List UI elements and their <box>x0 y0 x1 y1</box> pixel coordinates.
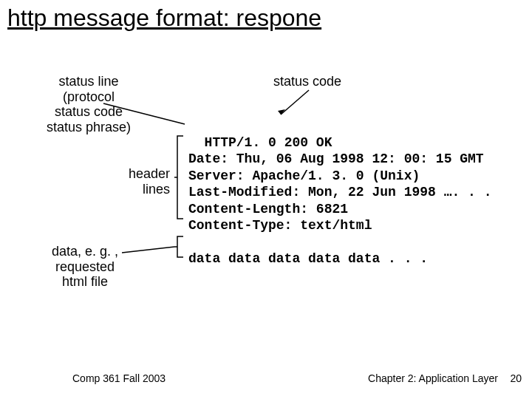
label-data-l2: requested <box>55 259 115 274</box>
code-header-date: Date: Thu, 06 Aug 1998 12: 00: 15 GMT <box>188 151 484 166</box>
page-number: 20 <box>510 372 522 384</box>
code-header-server: Server: Apache/1. 3. 0 (Unix) <box>188 168 420 183</box>
label-status-line-l4: status phrase) <box>47 120 131 134</box>
label-header-l1: header <box>129 166 170 181</box>
label-status-line-l2: (protocol <box>63 89 115 104</box>
footer-chapter: Chapter 2: Application Layer <box>368 372 498 384</box>
svg-line-0 <box>281 90 309 115</box>
label-data: data, e. g. , requested html file <box>41 244 129 290</box>
footer-course: Comp 361 Fall 2003 <box>72 372 166 384</box>
label-header-lines: header lines <box>118 166 170 197</box>
svg-line-3 <box>122 247 174 253</box>
label-status-code: status code <box>273 74 341 89</box>
label-status-line-l1: status line <box>58 74 118 89</box>
slide-title: http message format: respone <box>7 4 321 32</box>
code-header-lastmod: Last-Modified: Mon, 22 Jun 1998 …. . . <box>188 185 491 200</box>
svg-marker-1 <box>278 109 285 115</box>
label-data-l1: data, e. g. , <box>52 244 118 259</box>
code-header-length: Content-Length: 6821 <box>188 202 348 216</box>
label-status-line: status line (protocol status code status… <box>41 74 137 135</box>
label-status-line-l3: status code <box>55 104 123 119</box>
label-data-l3: html file <box>62 274 108 289</box>
code-body: data data data data data . . . <box>188 251 428 266</box>
http-response-code: HTTP/1. 0 200 OK Date: Thu, 06 Aug 1998 … <box>188 117 491 267</box>
label-header-l2: lines <box>143 182 170 197</box>
code-status-line: HTTP/1. 0 200 OK <box>205 135 332 150</box>
code-header-type: Content-Type: text/html <box>188 218 372 233</box>
